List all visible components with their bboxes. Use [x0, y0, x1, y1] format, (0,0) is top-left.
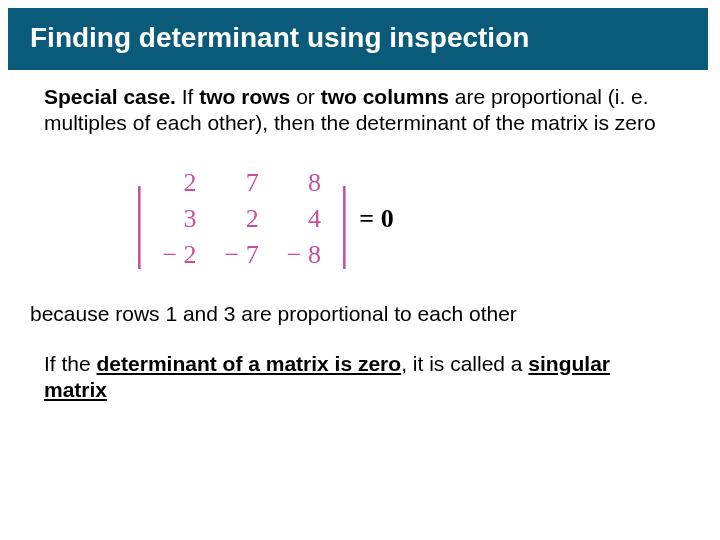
text-span: If the — [44, 352, 97, 375]
cell: 4 — [273, 201, 335, 237]
cell: − 8 — [273, 237, 335, 273]
cell: 8 — [273, 165, 335, 201]
singular-note: If the determinant of a matrix is zero, … — [44, 351, 672, 404]
right-bar-icon: | — [339, 173, 349, 265]
cell: − 7 — [211, 237, 273, 273]
cell: − 2 — [148, 237, 210, 273]
table-row: 3 2 4 — [148, 201, 335, 237]
matrix-row-wrapper: | 2 7 8 3 2 4 − 2 − 7 − 8 | = — [130, 165, 720, 273]
table-row: 2 7 8 — [148, 165, 335, 201]
cell: 2 — [211, 201, 273, 237]
two-columns-label: two columns — [321, 85, 449, 108]
text-span: or — [290, 85, 320, 108]
det-zero-phrase: determinant of a matrix is zero — [97, 352, 402, 375]
special-case-label: Special case. — [44, 85, 176, 108]
text-span: If — [176, 85, 199, 108]
slide-title: Finding determinant using inspection — [8, 8, 708, 70]
matrix-table: 2 7 8 3 2 4 − 2 − 7 − 8 — [148, 165, 335, 273]
two-rows-label: two rows — [199, 85, 290, 108]
left-bar-icon: | — [134, 173, 144, 265]
intro-paragraph: Special case. If two rows or two columns… — [44, 84, 672, 137]
cell: 2 — [148, 165, 210, 201]
slide: Finding determinant using inspection Spe… — [0, 8, 720, 540]
determinant-expression: | 2 7 8 3 2 4 − 2 − 7 − 8 | = — [130, 165, 720, 273]
text-span: , it is called a — [401, 352, 528, 375]
equals-zero: = 0 — [359, 204, 393, 234]
reason-text: because rows 1 and 3 are proportional to… — [30, 301, 680, 327]
cell: 7 — [211, 165, 273, 201]
table-row: − 2 − 7 − 8 — [148, 237, 335, 273]
cell: 3 — [148, 201, 210, 237]
